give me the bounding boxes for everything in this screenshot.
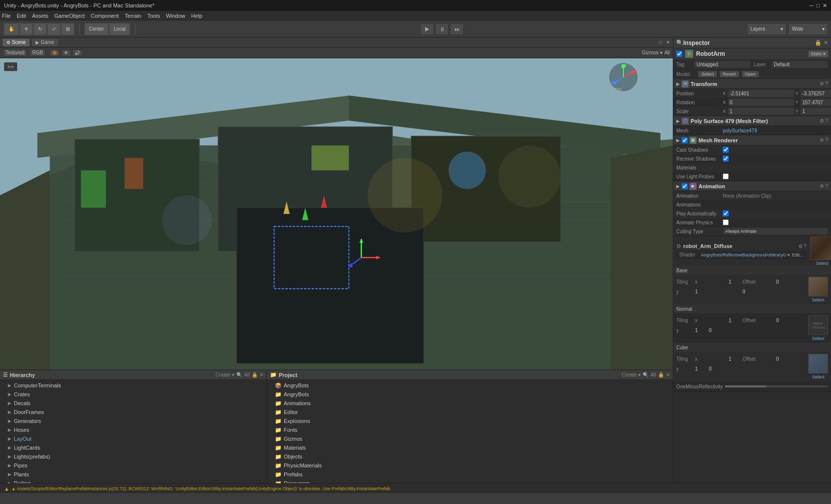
hierarchy-item-pipes[interactable]: ▶ Pipes xyxy=(0,461,266,470)
mesh-renderer-header[interactable]: ▶ ▦ Mesh Renderer ⚙ ? xyxy=(673,135,831,145)
play-btn[interactable]: ▶ xyxy=(420,23,434,35)
object-name-field[interactable]: RobotArm xyxy=(696,50,805,57)
hierarchy-close-btn[interactable]: ✕ xyxy=(260,372,263,378)
material-select-btn[interactable]: Select xyxy=(816,261,829,266)
cast-shadows-checkbox[interactable] xyxy=(723,147,729,153)
project-lock-btn[interactable]: 🔒 xyxy=(658,372,664,378)
hand-tool[interactable]: ✋ xyxy=(4,23,19,35)
scene-helper-btn[interactable]: >> xyxy=(4,62,17,71)
mesh-renderer-active-checkbox[interactable] xyxy=(682,137,688,143)
color-btn[interactable]: RGB xyxy=(30,49,45,56)
hierarchy-item-railing[interactable]: ▶ Railing xyxy=(0,479,266,483)
center-btn[interactable]: Center xyxy=(85,23,108,35)
reflectivity-slider[interactable] xyxy=(725,385,828,387)
shader-edit-btn[interactable]: Edit... xyxy=(792,252,803,257)
mesh-filter-header[interactable]: ▶ ⬡ Poly Surface 479 (Mesh Filter) ⚙ ? xyxy=(673,116,831,126)
hierarchy-item-plants[interactable]: ▶ Plants xyxy=(0,470,266,479)
material-settings-btn[interactable]: ⚙ xyxy=(798,244,803,249)
scene-view[interactable]: X Y Z Persp >> xyxy=(0,58,673,370)
animation-header[interactable]: ▶ ▶ Animation ⚙ ? xyxy=(673,181,831,191)
menu-file[interactable]: File xyxy=(2,13,11,19)
transform-help-btn[interactable]: ? xyxy=(825,81,828,86)
hierarchy-item-generators[interactable]: ▶ Generators xyxy=(0,417,266,425)
layout-dropdown[interactable]: Wide▾ xyxy=(788,23,828,35)
project-item-resources[interactable]: 📁 Resources xyxy=(267,479,673,483)
animation-help-btn[interactable]: ? xyxy=(825,183,828,189)
scene-tab[interactable]: ⚙ Scene xyxy=(2,38,30,47)
shading-btn[interactable]: Textured xyxy=(3,49,27,56)
project-item-angrybots-pkg[interactable]: 📦 AngryBots xyxy=(267,381,673,390)
project-item-fonts[interactable]: 📁 Fonts xyxy=(267,425,673,434)
rot-y-input[interactable] xyxy=(800,98,831,106)
local-btn[interactable]: Local xyxy=(109,23,130,35)
minimize-btn[interactable]: ─ xyxy=(810,2,814,9)
project-item-animations[interactable]: 📁 Animations xyxy=(267,399,673,408)
animate-physics-checkbox[interactable] xyxy=(723,219,729,225)
toggle-btn-1[interactable]: 🔆 xyxy=(49,49,60,56)
project-item-materials[interactable]: 📁 Materials xyxy=(267,443,673,452)
mesh-renderer-settings-btn[interactable]: ⚙ xyxy=(820,137,824,143)
hierarchy-item-hoses[interactable]: ▶ Hoses xyxy=(0,425,266,434)
culling-type-dropdown[interactable]: Always Animate xyxy=(723,228,828,235)
project-item-objects[interactable]: 📁 Objects xyxy=(267,452,673,461)
maximize-btn[interactable]: □ xyxy=(816,2,820,9)
hierarchy-item-layout[interactable]: ▶ LayOut xyxy=(0,434,266,443)
transform-settings-btn[interactable]: ⚙ xyxy=(820,81,824,86)
scale-x-input[interactable] xyxy=(728,107,794,115)
rect-tool[interactable]: ⊞ xyxy=(61,23,74,35)
inspector-close-btn[interactable]: ✕ xyxy=(824,40,828,46)
mesh-filter-settings-btn[interactable]: ⚙ xyxy=(820,118,824,124)
play-auto-checkbox[interactable] xyxy=(723,210,729,216)
menu-tools[interactable]: Tools xyxy=(147,13,160,19)
model-revert-btn[interactable]: Revert xyxy=(719,71,740,78)
hierarchy-search[interactable]: 🔍 xyxy=(236,372,242,378)
project-item-editor[interactable]: 📁 Editor xyxy=(267,408,673,417)
project-item-explosions[interactable]: 📁 Explosions xyxy=(267,417,673,425)
game-tab[interactable]: ▶ Game xyxy=(31,38,58,47)
transform-header[interactable]: ▶ ⟲ Transform ⚙ ? xyxy=(673,79,831,89)
menu-terrain[interactable]: Terrain xyxy=(125,13,141,19)
base-texture-select-btn[interactable]: Select xyxy=(812,297,824,302)
animation-active-checkbox[interactable] xyxy=(682,183,688,189)
project-search[interactable]: 🔍 xyxy=(643,372,649,378)
project-item-gizmos[interactable]: 📁 Gizmos xyxy=(267,434,673,443)
pos-y-input[interactable] xyxy=(800,89,831,97)
hierarchy-item-lightcards[interactable]: ▶ LightCards xyxy=(0,443,266,452)
scene-gizmo-widget[interactable]: X Y Z Persp xyxy=(609,62,638,92)
maximize-view-btn[interactable]: □ xyxy=(658,39,663,46)
shader-value[interactable]: AngryBots/ReflectiveBackgroundArbitraryG… xyxy=(701,252,790,257)
all-btn[interactable]: All xyxy=(664,50,670,55)
static-badge[interactable]: Static ▾ xyxy=(808,50,828,57)
hierarchy-item-computer-terminals[interactable]: ▶ ComputerTerminals xyxy=(0,381,266,390)
project-close-btn[interactable]: ✕ xyxy=(666,372,670,378)
project-item-prefabs[interactable]: 📁 Prefabs xyxy=(267,470,673,479)
normal-texture-select-btn[interactable]: Select xyxy=(812,336,824,341)
hierarchy-item-lights[interactable]: ▶ Lights(prefabs) xyxy=(0,452,266,461)
mesh-filter-help-btn[interactable]: ? xyxy=(825,118,828,124)
project-item-angrybots-folder[interactable]: 📁 AngryBots xyxy=(267,390,673,399)
cube-texture-select-btn[interactable]: Select xyxy=(812,375,824,379)
scale-tool[interactable]: ⤢ xyxy=(47,23,60,35)
gizmos-btn[interactable]: Gizmos ▾ xyxy=(642,50,662,55)
project-create-btn[interactable]: Create ▾ xyxy=(622,372,641,378)
menu-help[interactable]: Help xyxy=(191,13,203,19)
hierarchy-create-btn[interactable]: Create ▾ xyxy=(216,372,234,378)
hierarchy-lock-btn[interactable]: 🔒 xyxy=(252,372,258,378)
pause-btn[interactable]: ⏸ xyxy=(435,23,449,35)
object-active-checkbox[interactable] xyxy=(676,51,682,57)
menu-window[interactable]: Window xyxy=(166,13,185,19)
material-thumbnail[interactable] xyxy=(810,236,831,260)
animation-settings-btn[interactable]: ⚙ xyxy=(820,183,824,189)
move-tool[interactable]: ✛ xyxy=(20,23,33,35)
menu-assets[interactable]: Assets xyxy=(32,13,48,19)
hierarchy-all-btn[interactable]: All xyxy=(244,372,250,378)
inspector-lock-btn[interactable]: 🔒 xyxy=(815,40,822,46)
project-all-btn[interactable]: All xyxy=(651,372,656,378)
cube-texture-thumb[interactable] xyxy=(808,354,828,374)
tag-value-dropdown[interactable]: Untagged xyxy=(694,61,751,68)
menu-component[interactable]: Component xyxy=(90,13,119,19)
menu-edit[interactable]: Edit xyxy=(17,13,26,19)
receive-shadows-checkbox[interactable] xyxy=(723,156,729,162)
layers-dropdown[interactable]: Layers▾ xyxy=(747,23,787,35)
scale-y-input[interactable] xyxy=(800,107,831,115)
